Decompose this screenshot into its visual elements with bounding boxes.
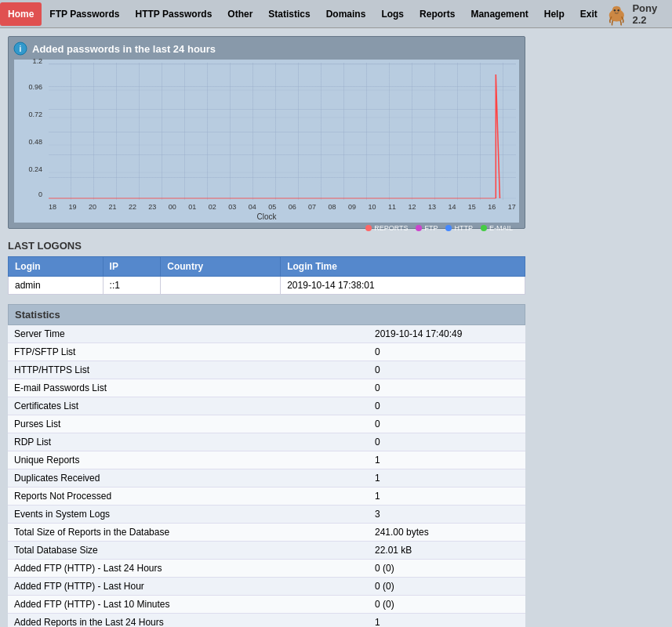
- x-label: 20: [89, 203, 96, 211]
- chart-svg: [49, 63, 516, 200]
- x-label: 02: [209, 203, 216, 211]
- logo-text: Pony 2.2: [632, 2, 666, 26]
- stats-row: Added FTP (HTTP) - Last 24 Hours0 (0): [8, 560, 525, 578]
- x-label: 08: [329, 203, 336, 211]
- logons-table: LoginIPCountryLogin Time admin::12019-10…: [8, 256, 525, 295]
- stats-row: Total Size of Reports in the Database241…: [8, 524, 525, 542]
- x-label: 01: [188, 203, 196, 211]
- stats-label: Total Database Size: [8, 542, 369, 560]
- legend-item-e-mail: E-MAIL: [481, 224, 513, 232]
- nav-item-management[interactable]: Management: [463, 2, 536, 26]
- y-label-0: 1.2: [32, 57, 42, 65]
- nav-item-reports[interactable]: Reports: [412, 2, 463, 26]
- stats-value: 0: [369, 343, 525, 361]
- x-label: 11: [388, 203, 396, 211]
- stats-label: Added FTP (HTTP) - Last 24 Hours: [8, 560, 369, 578]
- stats-value: 0: [369, 379, 525, 397]
- chart-title: Added passwords in the last 24 hours: [32, 43, 216, 55]
- x-label: 22: [129, 203, 136, 211]
- stats-row: RDP List0: [8, 433, 525, 451]
- x-label: 21: [108, 203, 116, 211]
- chart-section: i Added passwords in the last 24 hours 1…: [8, 36, 525, 229]
- y-label-1: 0.96: [28, 83, 42, 91]
- nav-item-statistics[interactable]: Statistics: [260, 2, 318, 26]
- nav-item-other[interactable]: Other: [220, 2, 260, 26]
- svg-point-4: [614, 9, 616, 11]
- stats-row: Certificates List0: [8, 397, 525, 415]
- legend-label: E-MAIL: [489, 224, 513, 232]
- stats-row: Added FTP (HTTP) - Last Hour0 (0): [8, 578, 525, 596]
- nav-item-http-passwords[interactable]: HTTP Passwords: [128, 2, 220, 26]
- stats-label: Added FTP (HTTP) - Last Hour: [8, 578, 369, 596]
- stats-label: Duplicates Received: [8, 469, 369, 487]
- legend-item-ftp: FTP: [416, 224, 438, 232]
- stats-label: Certificates List: [8, 397, 369, 415]
- stats-label: Reports Not Processed: [8, 487, 369, 506]
- x-label: 05: [268, 203, 276, 211]
- stats-row: Server Time2019-10-14 17:40:49: [8, 325, 525, 343]
- chart-container: 1.2 0.96 0.72 0.48 0.24 0: [13, 59, 520, 223]
- stats-value: 22.01 kB: [369, 542, 525, 560]
- chart-area: [49, 63, 516, 200]
- x-label: 04: [249, 203, 256, 211]
- x-label: 15: [468, 203, 476, 211]
- stats-label: FTP/SFTP List: [8, 343, 369, 361]
- cell-login: admin: [9, 277, 104, 295]
- svg-text:i: i: [20, 45, 22, 53]
- stats-label: Total Size of Reports in the Database: [8, 524, 369, 542]
- stats-row: Added Reports in the Last 24 Hours1: [8, 614, 525, 628]
- x-label: 12: [408, 203, 416, 211]
- x-label: 19: [68, 203, 76, 211]
- stats-section: Statistics Server Time2019-10-14 17:40:4…: [8, 304, 525, 627]
- y-label-2: 0.72: [28, 111, 42, 118]
- legend-dot: [481, 225, 487, 231]
- x-label: 17: [508, 203, 516, 211]
- logons-header-row: LoginIPCountryLogin Time: [9, 257, 525, 277]
- x-label: 07: [308, 203, 316, 211]
- x-label: 16: [488, 203, 496, 211]
- legend-dot: [445, 225, 452, 231]
- col-header-ip: IP: [103, 257, 161, 277]
- col-header-country: Country: [161, 257, 281, 277]
- legend-label: HTTP: [454, 224, 473, 232]
- x-axis-title: Clock: [17, 212, 516, 221]
- nav-item-help[interactable]: Help: [536, 2, 572, 26]
- stats-value: 0: [369, 361, 525, 379]
- x-label: 03: [228, 203, 236, 211]
- nav-item-exit[interactable]: Exit: [572, 2, 605, 26]
- main-content: i Added passwords in the last 24 hours 1…: [0, 28, 672, 627]
- stats-value: 0 (0): [369, 578, 525, 596]
- stats-row: Duplicates Received1: [8, 469, 525, 487]
- stats-label: Added Reports in the Last 24 Hours: [8, 614, 369, 628]
- cell-ip: ::1: [103, 277, 161, 295]
- stats-row: Added FTP (HTTP) - Last 10 Minutes0 (0): [8, 596, 525, 614]
- legend-dot: [416, 225, 422, 231]
- nav-items: HomeFTP PasswordsHTTP PasswordsOtherStat…: [0, 9, 605, 20]
- table-row: admin::12019-10-14 17:38:01: [9, 277, 525, 295]
- stats-label: Added FTP (HTTP) - Last 10 Minutes: [8, 596, 369, 614]
- chart-icon: i: [13, 42, 27, 56]
- x-label: 23: [148, 203, 156, 211]
- stats-value: 2019-10-14 17:40:49: [369, 325, 525, 343]
- stats-value: 1: [369, 469, 525, 487]
- legend-label: REPORTS: [374, 224, 408, 232]
- nav-item-domains[interactable]: Domains: [318, 2, 374, 26]
- stats-label: Events in System Logs: [8, 506, 369, 524]
- x-label: 10: [369, 203, 376, 211]
- stats-row: E-mail Passwords List0: [8, 379, 525, 397]
- x-label: 00: [169, 203, 176, 211]
- x-label: 13: [428, 203, 436, 211]
- x-axis-labels: 1819202122230001020304050607080910111213…: [49, 203, 516, 211]
- pony-icon: [605, 0, 628, 28]
- stats-row: Purses List0: [8, 415, 525, 433]
- x-label: 14: [448, 203, 456, 211]
- nav-item-home[interactable]: Home: [0, 2, 42, 26]
- nav-item-ftp-passwords[interactable]: FTP Passwords: [42, 2, 127, 26]
- legend-item-http: HTTP: [445, 224, 473, 232]
- nav-item-logs[interactable]: Logs: [373, 2, 412, 26]
- stats-row: Unique Reports1: [8, 451, 525, 469]
- last-logons-section: LAST LOGONS LoginIPCountryLogin Time adm…: [8, 238, 525, 295]
- stats-value: 1: [369, 614, 525, 628]
- stats-value: 3: [369, 506, 525, 524]
- x-label: 06: [289, 203, 296, 211]
